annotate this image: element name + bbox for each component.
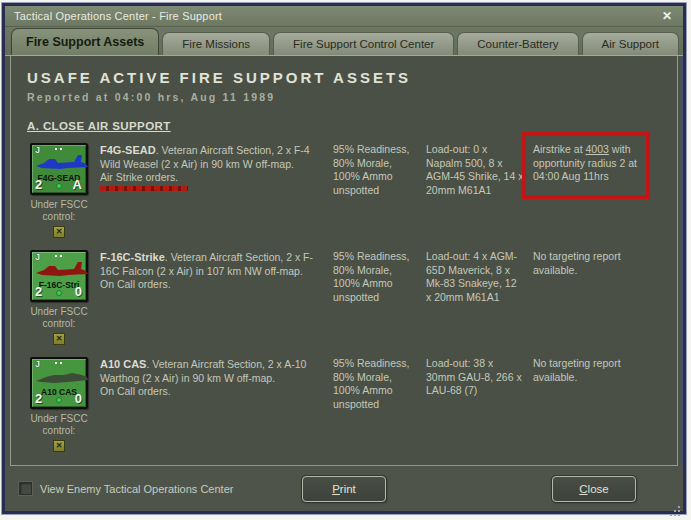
print-button[interactable]: Print: [302, 476, 386, 502]
readiness-cell: 95% Readiness, 80% Morale, 100% Ammo uns…: [333, 141, 417, 238]
targeting-cell: Airstrike at 4003 with opportunity radiu…: [533, 141, 661, 238]
counter-dots: [55, 148, 57, 150]
tab-fire-support-control-center[interactable]: Fire Support Control Center: [273, 32, 454, 56]
asset-row-f16c-strike: J F-16C-Stri 2 0 Under FSCCcontrol: ✕ F-…: [27, 248, 661, 345]
asset-description: A10 CAS. Veteran Aircraft Section, 2 x A…: [100, 355, 324, 452]
targeting-cell: No targeting report available.: [533, 355, 661, 452]
tactical-operations-center-window: Tactical Operations Center - Fire Suppor…: [2, 3, 686, 514]
counter-quality: 0: [75, 284, 82, 301]
jet-silhouette-icon: [34, 261, 90, 281]
counter-quality: 0: [75, 391, 82, 408]
fscc-hq-icon[interactable]: ✕: [53, 226, 65, 238]
loadout-cell: Load-out: 4 x AGM-65D Maverick, 8 x Mk-8…: [426, 248, 524, 345]
counter-status-dot: [56, 290, 62, 296]
targeting-cell: No targeting report available.: [533, 248, 661, 345]
fscc-hq-icon[interactable]: ✕: [53, 440, 65, 452]
asset-row-a10-cas: J A10 CAS 2 0 Under FSCCcontrol: ✕ A10 C…: [27, 355, 661, 452]
readiness-cell: 95% Readiness, 80% Morale, 100% Ammo uns…: [333, 355, 417, 452]
tab-fire-support-assets[interactable]: Fire Support Assets: [11, 28, 159, 56]
fscc-control-label: Under FSCCcontrol:: [27, 413, 91, 437]
asset-orders: Air Strike orders.: [100, 171, 178, 185]
asset-orders: On Call orders.: [100, 385, 171, 399]
asset-name: F-16C-Strike: [100, 251, 165, 263]
counter-strength: 2: [35, 177, 42, 194]
close-button[interactable]: Close: [552, 476, 636, 502]
jet-silhouette-icon: [34, 368, 90, 388]
title-bar: Tactical Operations Center - Fire Suppor…: [5, 6, 683, 27]
counter-quality: A: [73, 177, 82, 194]
fscc-control-label: Under FSCCcontrol:: [27, 199, 91, 223]
target-hex-link[interactable]: 4003: [586, 143, 609, 155]
counter-status-dot: [56, 183, 62, 189]
loadout-cell: Load-out: 38 x 30mm GAU-8, 266 x LAU-68 …: [426, 355, 524, 452]
unit-counter-f4g-sead[interactable]: J F4G-SEAD 2 A: [30, 143, 88, 195]
window-title: Tactical Operations Center - Fire Suppor…: [14, 10, 660, 22]
asset-description: F-16C-Strike. Veteran Aircraft Section, …: [100, 248, 324, 345]
unit-counter-f16c-strike[interactable]: J F-16C-Stri 2 0: [30, 250, 88, 302]
counter-dots: [55, 362, 57, 364]
tab-fire-missions[interactable]: Fire Missions: [162, 32, 270, 56]
asset-orders: On Call orders.: [100, 278, 171, 292]
asset-name: F4G-SEAD: [100, 144, 156, 156]
view-enemy-toc-checkbox[interactable]: [19, 482, 32, 495]
counter-dots: [55, 255, 57, 257]
unit-counter-a10-cas[interactable]: J A10 CAS 2 0: [30, 357, 88, 409]
counter-status-dot: [56, 397, 62, 403]
unit-icon-column: J F4G-SEAD 2 A Under FSCCcontrol: ✕: [27, 141, 91, 238]
counter-strength: 2: [35, 284, 42, 301]
fscc-control-label: Under FSCCcontrol:: [27, 306, 91, 330]
loadout-cell: Load-out: 0 x Napalm 500, 8 x AGM-45 Shr…: [426, 141, 524, 238]
page-title: USAFE ACTIVE FIRE SUPPORT ASSETS: [27, 69, 661, 86]
resize-grip[interactable]: [678, 506, 680, 508]
view-enemy-toc-label: View Enemy Tactical Operations Center: [40, 483, 233, 495]
close-icon[interactable]: ✕: [660, 9, 674, 23]
tab-air-support[interactable]: Air Support: [582, 32, 680, 56]
readiness-cell: 95% Readiness, 80% Morale, 100% Ammo uns…: [333, 248, 417, 345]
report-panel: USAFE ACTIVE FIRE SUPPORT ASSETS Reporte…: [10, 56, 678, 466]
view-enemy-toc-group: View Enemy Tactical Operations Center: [19, 482, 233, 495]
footer-bar: View Enemy Tactical Operations Center Pr…: [5, 466, 683, 511]
jet-silhouette-icon: [34, 154, 90, 174]
section-heading-close-air-support: A. CLOSE AIR SUPPORT: [27, 120, 661, 132]
tab-counter-battery[interactable]: Counter-Battery: [457, 32, 578, 56]
counter-strength: 2: [35, 391, 42, 408]
report-timestamp: Reported at 04:00 hrs, Aug 11 1989: [27, 91, 661, 103]
asset-description: F4G-SEAD. Veteran Aircraft Section, 2 x …: [100, 141, 324, 238]
tab-bar: Fire Support Assets Fire Missions Fire S…: [5, 27, 683, 56]
red-annotation-underline: [100, 186, 188, 191]
unit-icon-column: J A10 CAS 2 0 Under FSCCcontrol: ✕: [27, 355, 91, 452]
asset-name: A10 CAS: [100, 358, 146, 370]
fscc-hq-icon[interactable]: ✕: [53, 333, 65, 345]
unit-icon-column: J F-16C-Stri 2 0 Under FSCCcontrol: ✕: [27, 248, 91, 345]
asset-row-f4g-sead: J F4G-SEAD 2 A Under FSCCcontrol: ✕ F4G-…: [27, 141, 661, 238]
